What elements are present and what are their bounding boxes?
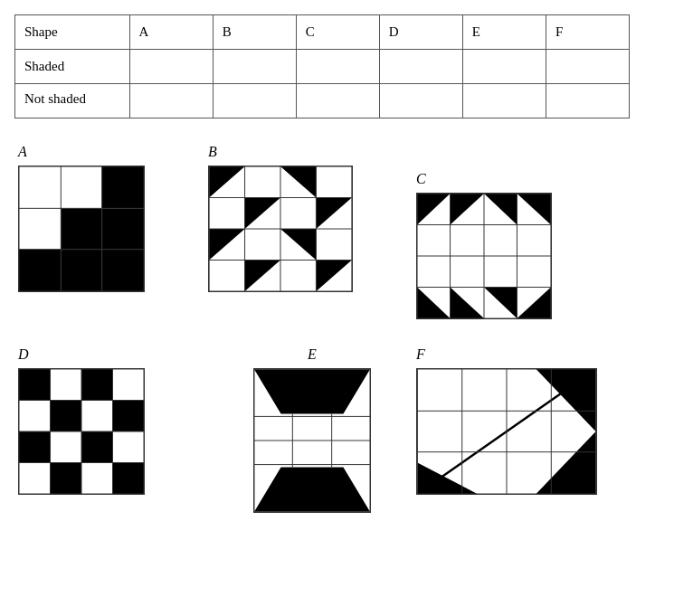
shape-d-cell: D bbox=[18, 346, 199, 513]
svg-rect-6 bbox=[19, 250, 61, 291]
svg-rect-5 bbox=[102, 208, 144, 249]
col-e: E bbox=[462, 15, 546, 50]
not-shaded-f bbox=[546, 84, 629, 118]
not-shaded-row: Not shaded bbox=[15, 84, 630, 118]
shaded-e bbox=[462, 50, 546, 84]
svg-rect-49 bbox=[51, 401, 82, 432]
shape-a-svg bbox=[18, 166, 145, 292]
shape-a-cell: A bbox=[18, 144, 199, 319]
col-c: C bbox=[296, 15, 379, 50]
shape-a-label: A bbox=[18, 144, 27, 160]
shape-b-svg bbox=[208, 166, 353, 292]
svg-rect-2 bbox=[102, 166, 144, 208]
svg-rect-8 bbox=[102, 250, 144, 291]
col-f: F bbox=[546, 15, 629, 50]
shapes-area: A B bbox=[14, 144, 679, 513]
shape-c-svg bbox=[416, 193, 552, 319]
svg-rect-53 bbox=[51, 463, 82, 495]
shape-f-label: F bbox=[416, 346, 425, 363]
shape-c-cell: C bbox=[416, 144, 615, 319]
svg-rect-52 bbox=[81, 431, 113, 463]
shape-b-label: B bbox=[208, 144, 217, 160]
col-a: A bbox=[129, 15, 213, 50]
shape-f-cell: F bbox=[416, 346, 615, 513]
shape-e-cell: E bbox=[208, 346, 407, 513]
svg-rect-7 bbox=[61, 250, 101, 291]
shaded-a bbox=[129, 50, 213, 84]
shape-e-svg bbox=[253, 368, 371, 513]
not-shaded-b bbox=[213, 84, 296, 118]
svg-rect-1 bbox=[61, 166, 101, 208]
shaded-d bbox=[379, 50, 462, 84]
shaded-b bbox=[213, 50, 296, 84]
shape-d-svg bbox=[18, 368, 145, 495]
svg-rect-0 bbox=[19, 166, 61, 208]
svg-rect-51 bbox=[19, 431, 51, 463]
svg-rect-47 bbox=[19, 369, 51, 401]
shape-b-cell: B bbox=[208, 144, 407, 319]
not-shaded-e bbox=[462, 84, 546, 118]
svg-rect-4 bbox=[61, 208, 101, 249]
shape-f-svg bbox=[416, 368, 597, 495]
svg-rect-54 bbox=[113, 463, 145, 495]
not-shaded-label: Not shaded bbox=[15, 84, 130, 118]
shape-e-label: E bbox=[308, 346, 317, 363]
shaded-c bbox=[296, 50, 379, 84]
table-wrapper: Shape A B C D E F Shaded Not shaded bbox=[14, 14, 679, 118]
table-header-row: Shape A B C D E F bbox=[15, 15, 630, 50]
col-b: B bbox=[213, 15, 296, 50]
shape-d-label: D bbox=[18, 346, 29, 363]
not-shaded-a bbox=[129, 84, 213, 118]
svg-rect-50 bbox=[113, 401, 145, 432]
data-table: Shape A B C D E F Shaded Not shaded bbox=[14, 14, 630, 118]
shaded-label: Shaded bbox=[15, 50, 130, 84]
svg-rect-3 bbox=[19, 208, 61, 249]
not-shaded-d bbox=[379, 84, 462, 118]
shaded-f bbox=[546, 50, 629, 84]
col-shape: Shape bbox=[15, 15, 130, 50]
not-shaded-c bbox=[296, 84, 379, 118]
svg-rect-48 bbox=[81, 369, 113, 401]
shape-c-label: C bbox=[416, 171, 426, 187]
col-d: D bbox=[379, 15, 462, 50]
shaded-row: Shaded bbox=[15, 50, 630, 84]
